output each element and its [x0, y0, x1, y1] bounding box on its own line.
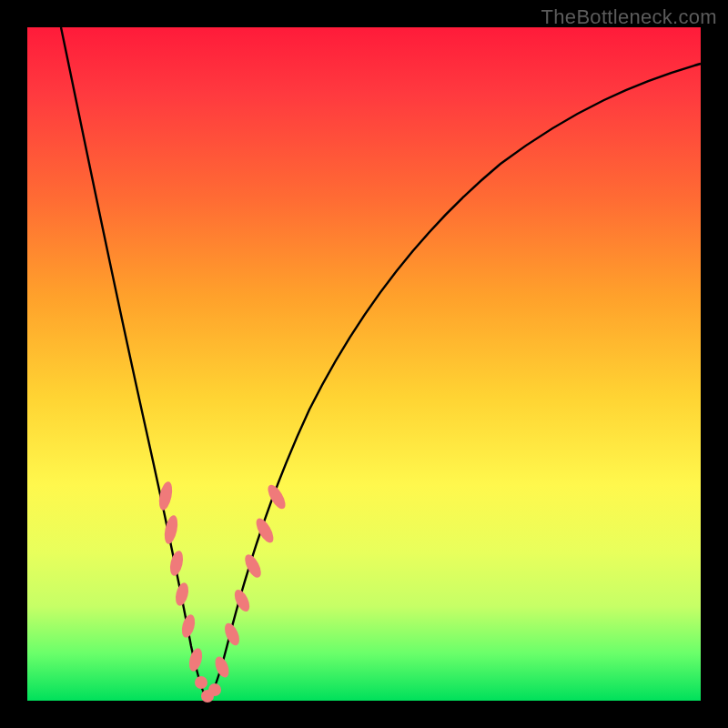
svg-point-8	[208, 683, 221, 696]
marker-group	[157, 480, 288, 703]
svg-point-5	[187, 647, 204, 672]
bottleneck-curve	[27, 27, 701, 701]
svg-point-4	[179, 613, 197, 639]
svg-point-3	[174, 581, 191, 607]
svg-point-6	[195, 676, 207, 689]
svg-point-2	[168, 550, 186, 577]
svg-point-9	[212, 654, 231, 679]
svg-point-10	[222, 621, 242, 647]
svg-point-11	[231, 587, 252, 613]
plot-area	[27, 27, 701, 701]
chart-frame: TheBottleneck.com	[0, 0, 728, 728]
curve-path	[61, 27, 701, 699]
watermark-text: TheBottleneck.com	[541, 5, 717, 29]
